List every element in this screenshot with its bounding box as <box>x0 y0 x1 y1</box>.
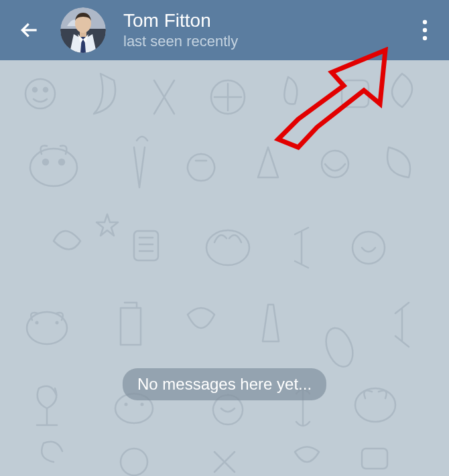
back-arrow-icon <box>19 19 40 41</box>
svg-point-8 <box>423 36 427 40</box>
svg-point-20 <box>352 232 385 264</box>
contact-info[interactable]: Tom Fitton last seen recently <box>123 9 409 51</box>
svg-point-18 <box>206 230 249 265</box>
svg-point-7 <box>423 28 427 32</box>
svg-point-15 <box>43 159 48 165</box>
svg-point-9 <box>25 79 55 108</box>
svg-rect-25 <box>362 449 387 469</box>
chat-header: Tom Fitton last seen recently <box>0 0 449 60</box>
more-vertical-icon <box>422 19 428 41</box>
contact-name: Tom Fitton <box>123 9 409 32</box>
more-options-button[interactable] <box>409 14 441 46</box>
svg-point-14 <box>30 149 77 186</box>
svg-point-21 <box>27 312 67 344</box>
avatar-image <box>60 7 106 53</box>
svg-point-11 <box>44 88 48 92</box>
svg-point-10 <box>33 88 37 92</box>
svg-point-16 <box>59 159 64 165</box>
svg-point-6 <box>423 20 427 24</box>
svg-point-23 <box>355 388 395 422</box>
svg-rect-13 <box>342 80 369 107</box>
svg-rect-19 <box>134 231 158 260</box>
chat-background-pattern <box>0 60 449 476</box>
empty-chat-message: No messages here yet... <box>123 368 326 400</box>
chat-body: No messages here yet... <box>0 60 449 476</box>
contact-avatar[interactable] <box>60 7 106 53</box>
svg-point-24 <box>121 449 147 475</box>
back-button[interactable] <box>13 14 46 46</box>
contact-status: last seen recently <box>123 32 409 52</box>
